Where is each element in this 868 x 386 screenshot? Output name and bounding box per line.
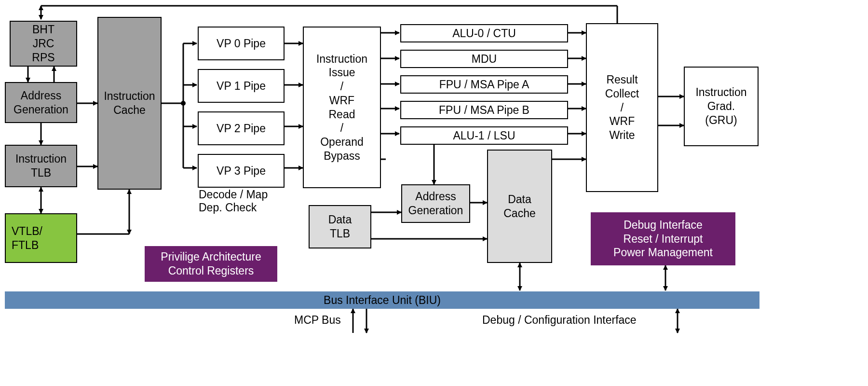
decode-label: Decode / Map Dep. Check — [199, 188, 268, 214]
data-cache: Data Cache — [487, 150, 552, 263]
mcp-bus-label: MCP Bus — [294, 314, 341, 327]
mdu: MDU — [400, 50, 568, 68]
fpu-pipe-b: FPU / MSA Pipe B — [400, 101, 568, 119]
svg-point-9 — [181, 101, 186, 106]
vp2-pipe: VP 2 Pipe — [198, 111, 285, 145]
alu0-ctu: ALU-0 / CTU — [400, 24, 568, 42]
vtlb-ftlb: VTLB/ FTLB — [5, 213, 77, 263]
vp0-pipe: VP 0 Pipe — [198, 27, 285, 60]
execution-units: ALU-0 / CTU MDU FPU / MSA Pipe A FPU / M… — [400, 24, 568, 145]
debug-interface: Debug Interface Reset / Interrupt Power … — [591, 212, 735, 265]
data-tlb: Data TLB — [309, 205, 371, 248]
fpu-pipe-a: FPU / MSA Pipe A — [400, 75, 568, 94]
vp1-pipe: VP 1 Pipe — [198, 69, 285, 103]
privilege-registers: Privilige Architecture Control Registers — [145, 246, 277, 282]
debug-config-label: Debug / Configuration Interface — [482, 314, 637, 327]
instruction-gru: Instruction Grad. (GRU) — [684, 67, 759, 146]
bus-interface-unit: Bus Interface Unit (BIU) — [5, 291, 760, 309]
address-generation-2: Address Generation — [401, 184, 470, 223]
alu1-lsu: ALU-1 / LSU — [400, 126, 568, 145]
instruction-issue: Instruction Issue / WRF Read / Operand B… — [303, 27, 381, 188]
instruction-cache: Instruction Cache — [97, 17, 162, 190]
vp-pipes: VP 0 Pipe VP 1 Pipe VP 2 Pipe VP 3 Pipe — [198, 27, 285, 188]
vp3-pipe: VP 3 Pipe — [198, 154, 285, 188]
result-collect: Result Collect / WRF Write — [586, 23, 658, 192]
address-generation-1: Address Generation — [5, 82, 77, 123]
instruction-tlb: Instruction TLB — [5, 145, 77, 187]
bht-block: BHT JRC RPS — [10, 21, 77, 67]
